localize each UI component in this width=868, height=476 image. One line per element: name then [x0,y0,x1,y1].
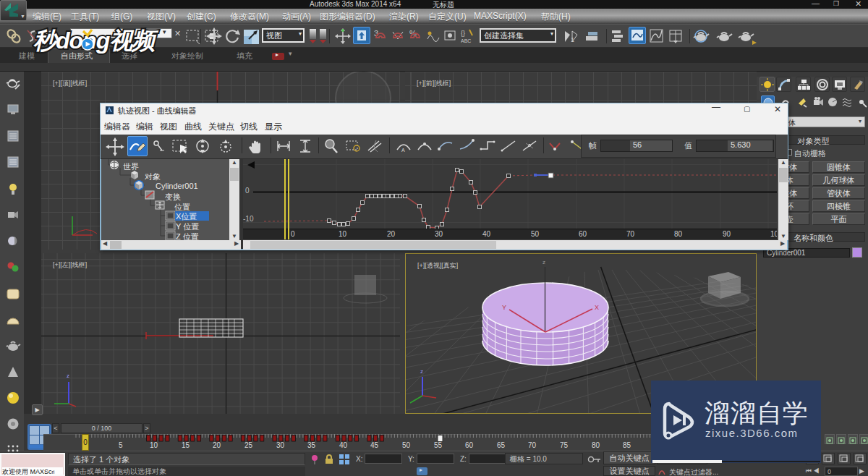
svg-text:{}: {} [461,30,465,37]
svg-text:z: z [420,368,423,375]
svg-text:45: 45 [370,441,379,449]
svg-text:15: 15 [182,441,190,449]
svg-text:50: 50 [402,441,411,449]
svg-text:60: 60 [579,230,587,238]
svg-text:60: 60 [465,441,474,449]
svg-text:0: 0 [291,230,295,238]
svg-text:10: 10 [339,230,347,238]
svg-text:55: 55 [434,441,443,449]
svg-text:20: 20 [387,230,396,238]
svg-text:50: 50 [531,230,540,238]
svg-text:z: z [67,373,69,379]
svg-text:A: A [401,148,405,153]
svg-text:30: 30 [435,230,443,238]
svg-text:40: 40 [339,441,348,449]
svg-text:80: 80 [592,441,600,449]
svg-text:65: 65 [497,441,506,449]
svg-text:75: 75 [560,441,569,449]
svg-text:秒dong视频: 秒dong视频 [33,27,159,54]
svg-text:100: 100 [770,230,777,238]
svg-text:70: 70 [626,230,635,238]
svg-text:85: 85 [623,441,631,449]
svg-text:20: 20 [213,441,221,449]
svg-text:ABC: ABC [461,38,471,43]
svg-text:80: 80 [674,230,683,238]
svg-text:35: 35 [307,441,316,449]
svg-text:1: 1 [571,36,574,43]
svg-text:5: 5 [119,441,123,449]
svg-text:90: 90 [723,230,731,238]
svg-text:25: 25 [244,441,253,449]
svg-text:Y: Y [502,304,506,311]
svg-text:40: 40 [482,230,491,238]
svg-text:10: 10 [150,441,158,449]
svg-text:30: 30 [276,441,285,449]
svg-text:X: X [595,304,599,311]
svg-text:z: z [542,259,545,265]
svg-text:70: 70 [528,441,537,449]
